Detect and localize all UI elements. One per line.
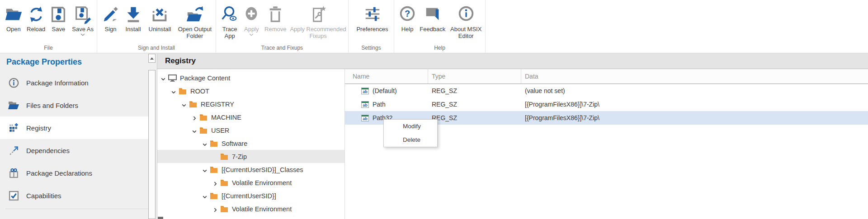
tree-item-currentusersid[interactable]: [{CurrentUserSID}] [157,189,344,202]
sidebar-item-label: Package Declarations [26,169,92,177]
save-as-icon [73,4,92,25]
apply-dropdown-chevron-icon[interactable] [249,33,254,36]
value-name: Path [373,101,386,108]
scrollbar-thumb[interactable] [148,70,156,219]
folder-icon [210,140,218,147]
apply-recommended-fixups-button-label: Apply Recommended Fixups [289,26,347,39]
tree-item-label: 7-Zip [232,153,247,160]
tree-item-label: Software [222,140,247,147]
feedback-button[interactable]: Feedback [418,4,447,33]
checkbox-icon [8,190,19,201]
save-as-dropdown-chevron-icon[interactable] [80,33,85,36]
feedback-bubble-icon [423,4,442,25]
recommended-fixups-icon [309,4,328,25]
uninstall-icon [150,4,169,25]
install-button[interactable]: Install [122,4,145,33]
chevron-expanded-icon[interactable] [171,89,176,94]
tree-item-registry[interactable]: REGISTRY [157,98,344,111]
tree-item-software[interactable]: Software [157,137,344,150]
tree-item-volatile-environment-2[interactable]: Volatile Environment [157,202,344,215]
sidebar-divider [5,209,149,209]
ribbon-group-sign-install-buttons: Sign Install Uninstall Open Output Folde… [97,0,216,45]
uninstall-button[interactable]: Uninstall [146,4,174,33]
apply-recommended-fixups-button[interactable]: Apply Recommended Fixups [289,4,347,39]
ribbon-toolbar: Open Reload Save Save As [0,0,868,53]
sidebar-item-package-declarations[interactable]: Package Declarations [0,162,148,184]
chevron-expanded-icon[interactable] [202,193,208,199]
context-menu: Modify Delete [383,119,438,147]
registry-page-body: Package Content ROOT REGISTRY MACHINE [157,69,868,219]
ribbon-group-trace-fixups-buttons: Trace App Apply Remove [216,0,348,45]
chevron-expanded-icon[interactable] [192,128,197,133]
chevron-collapsed-icon[interactable] [192,115,197,120]
tree-item-label: ROOT [190,88,209,95]
value-type: REG_SZ [428,114,521,121]
chevron-collapsed-icon[interactable] [212,206,218,212]
remove-button-label: Remove [264,26,286,33]
open-output-folder-button[interactable]: Open Output Folder [175,4,215,39]
save-button[interactable]: Save [48,4,69,33]
column-header-type[interactable]: Type [428,69,521,84]
about-info-icon [457,4,476,25]
tree-horizontal-scrollbar-partial[interactable] [158,217,163,219]
table-row-path[interactable]: ab Path REG_SZ [{ProgramFilesX86}]\7-Zip… [345,98,868,111]
registry-squares-icon [8,122,19,134]
reg-sz-ab-icon: ab [361,101,369,108]
ribbon-group-help-label: Help [394,45,485,53]
save-as-button[interactable]: Save As [70,4,96,36]
sidebar-item-dependencies[interactable]: Dependencies [0,139,148,162]
context-menu-item-modify[interactable]: Modify [384,120,437,133]
reload-button[interactable]: Reload [25,4,47,33]
apply-button[interactable]: Apply [241,4,262,36]
sign-button[interactable]: Sign [100,4,121,33]
sidebar-item-files-and-folders[interactable]: Files and Folders [0,94,148,116]
tree-item-package-content[interactable]: Package Content [157,71,344,84]
tree-item-label: MACHINE [211,114,241,121]
reg-sz-ab-letters: ab [363,103,368,107]
about-msix-editor-button[interactable]: About MSIX Editor [448,4,484,39]
tree-item-currentusersid-classes[interactable]: [{CurrentUserSID}]_Classes [157,163,344,176]
help-question-icon: ? [398,4,417,25]
tree-item-volatile-environment-1[interactable]: Volatile Environment [157,176,344,189]
ribbon-group-help-buttons: ? Help Feedback About MSIX Editor [394,0,485,45]
chevron-expanded-icon[interactable] [181,102,187,107]
chevron-expanded-icon[interactable] [202,167,208,172]
folder-icon [199,127,208,134]
sidebar-item-package-information[interactable]: Package Information [0,71,148,94]
table-row-default[interactable]: ab (Default) REG_SZ (value not set) [345,84,868,98]
open-button[interactable]: Open [3,4,24,33]
sidebar-item-capabilities[interactable]: Capabilities [0,184,148,207]
context-menu-item-delete[interactable]: Delete [384,133,437,147]
chevron-collapsed-icon[interactable] [212,180,218,186]
tree-item-root[interactable]: ROOT [157,84,344,98]
tree-item-user[interactable]: USER [157,124,344,137]
preferences-button[interactable]: Preferences [353,4,392,33]
folder-icon [210,166,218,173]
tree-item-7-zip[interactable]: 7-Zip [157,150,344,163]
remove-button[interactable]: Remove [263,4,288,33]
help-button-label: Help [401,26,414,33]
chevron-expanded-icon[interactable] [160,75,166,81]
tree-item-machine[interactable]: MACHINE [157,111,344,124]
sidebar-item-registry[interactable]: Registry [0,116,148,139]
reg-sz-ab-letters: ab [363,89,368,94]
folder-icon [8,100,19,111]
save-icon [49,4,68,25]
column-header-name[interactable]: Name [345,69,428,84]
column-header-data[interactable]: Data [521,69,868,84]
folder-icon [220,153,229,160]
scrollbar-up-button[interactable] [148,54,156,63]
msix-editor-window: { "ribbon": { "groups": [ { "label": "Fi… [0,0,868,219]
chevron-expanded-icon[interactable] [202,141,208,146]
tree-item-label: [{CurrentUserSID}] [222,192,276,200]
ribbon-group-file-label: File [0,45,97,53]
help-button[interactable]: ? Help [397,4,417,33]
sidebar-scrollbar[interactable] [148,53,156,219]
ribbon-group-settings: Preferences Settings [349,0,394,53]
value-data: [{ProgramFilesX86}]\7-Zip\ [521,114,868,121]
trace-app-button[interactable]: Trace App [219,4,240,39]
save-as-button-label: Save As [72,26,94,33]
dependencies-arrow-icon [8,145,19,156]
ribbon-group-help: ? Help Feedback About MSIX Editor Help [394,0,486,53]
install-arrow-icon [124,4,143,25]
